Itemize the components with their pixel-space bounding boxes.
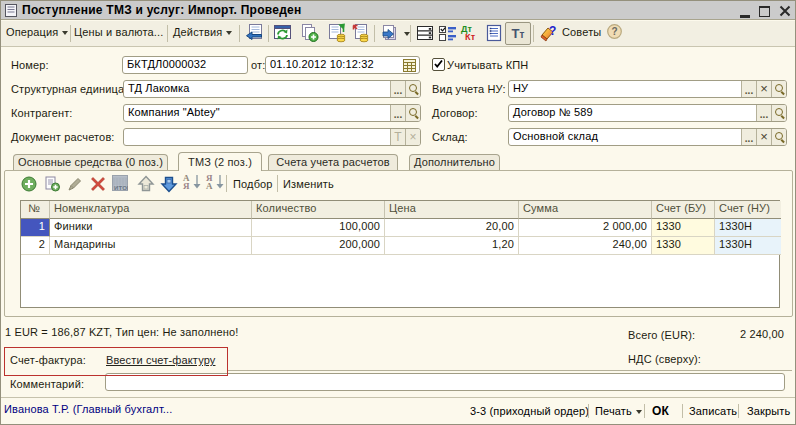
svg-text:?: ? [612, 26, 618, 37]
svg-text:ИТОГ: ИТОГ [114, 185, 128, 191]
svg-text:?: ? [549, 24, 556, 38]
